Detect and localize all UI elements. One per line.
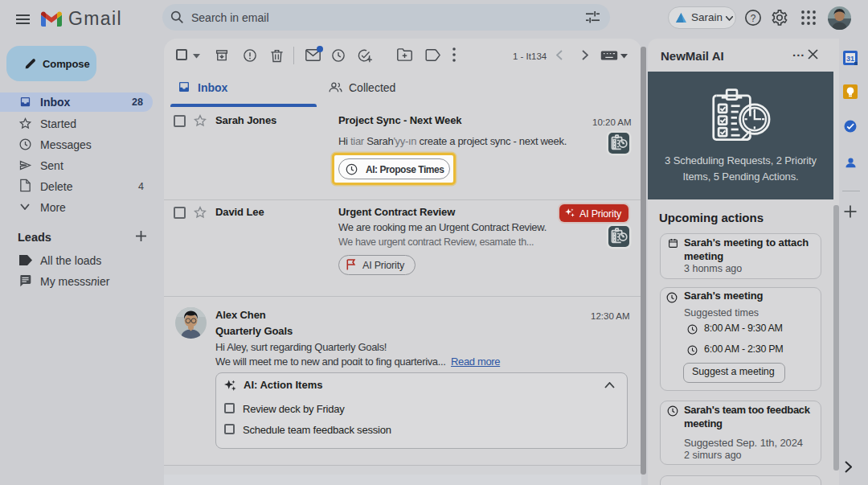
svg-text:31: 31 — [846, 55, 854, 63]
svg-text:?: ? — [751, 13, 756, 24]
